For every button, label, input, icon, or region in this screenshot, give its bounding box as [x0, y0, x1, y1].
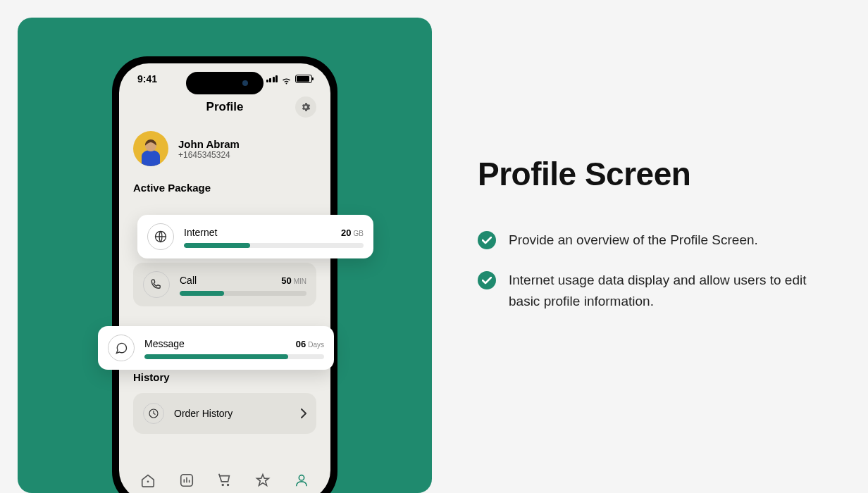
svg-point-2	[147, 480, 149, 482]
gear-icon	[300, 101, 311, 113]
call-progress	[180, 291, 224, 296]
phone-screen: 9:41 Profile	[119, 63, 330, 493]
call-value: 50MIN	[281, 274, 306, 287]
bullet-2: Internet usage data display and allow us…	[478, 270, 812, 311]
clock-icon	[143, 403, 164, 424]
internet-card[interactable]: Internet 20GB	[137, 215, 373, 258]
message-progress	[144, 354, 288, 359]
status-indicators	[266, 75, 313, 83]
bullet-1-text: Provide an overview of the Profile Scree…	[509, 230, 758, 250]
check-icon	[478, 271, 496, 289]
headline: Profile Screen	[478, 155, 812, 193]
nav-cart[interactable]	[217, 473, 232, 488]
call-card[interactable]: Call 50MIN	[133, 263, 316, 306]
user-info: John Abram +1645345324	[178, 138, 240, 160]
nav-profile[interactable]	[294, 473, 309, 488]
phone-icon	[143, 271, 170, 298]
internet-body: Internet 20GB	[184, 226, 364, 248]
message-card[interactable]: Message 06Days	[98, 326, 334, 370]
status-time: 9:41	[137, 73, 157, 85]
settings-button[interactable]	[295, 96, 316, 118]
user-profile-row[interactable]: John Abram +1645345324	[119, 118, 330, 172]
battery-icon	[295, 75, 312, 83]
phone-frame: 9:41 Profile	[112, 56, 337, 493]
chevron-right-icon	[301, 408, 306, 418]
phone-notch	[186, 72, 264, 94]
nav-favorites[interactable]	[255, 473, 271, 488]
active-package-heading: Active Package	[119, 172, 330, 199]
nav-home[interactable]	[140, 473, 156, 488]
message-value: 06Days	[296, 337, 324, 350]
signal-icon	[266, 75, 278, 82]
internet-label: Internet	[184, 227, 217, 238]
call-body: Call 50MIN	[180, 274, 306, 296]
message-body: Message 06Days	[144, 337, 324, 359]
chat-icon	[108, 335, 135, 361]
bottom-nav	[119, 461, 330, 493]
page-title: Profile	[206, 100, 244, 114]
wifi-icon	[281, 75, 292, 83]
showcase-panel: 9:41 Profile	[18, 18, 432, 493]
globe-icon	[147, 223, 174, 250]
internet-value: 20GB	[341, 226, 364, 239]
check-icon	[478, 231, 496, 249]
user-name: John Abram	[178, 138, 240, 150]
bullet-1: Provide an overview of the Profile Scree…	[478, 230, 812, 250]
nav-stats[interactable]	[179, 473, 194, 488]
bullet-2-text: Internet usage data display and allow us…	[509, 270, 812, 311]
call-label: Call	[180, 275, 197, 286]
internet-progress	[184, 243, 250, 248]
order-history-label: Order History	[174, 408, 232, 419]
svg-point-4	[299, 475, 304, 480]
avatar	[133, 131, 168, 166]
order-history-row[interactable]: Order History	[133, 393, 316, 434]
description-panel: Profile Screen Provide an overview of th…	[432, 0, 868, 493]
message-label: Message	[144, 338, 185, 349]
user-phone: +1645345324	[178, 150, 240, 160]
